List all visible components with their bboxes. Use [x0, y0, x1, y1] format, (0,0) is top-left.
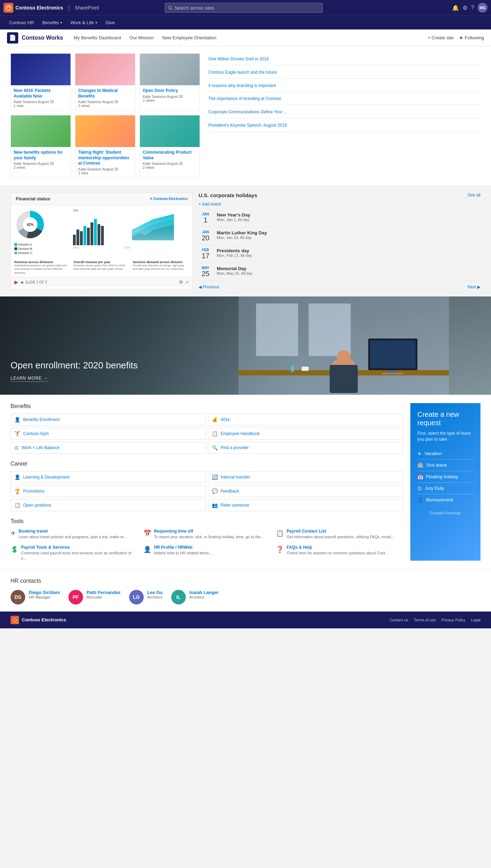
news-card[interactable]: New 401K Packets Available Now Katie Swa… — [11, 53, 71, 111]
contact-role: Architect — [189, 595, 219, 599]
contact-info: Isaiah Langer Architect — [189, 590, 219, 599]
link-promotions[interactable]: 🏆 Promotions — [11, 485, 206, 497]
calendar-prev-next: ◀ Previous Next ▶ — [199, 285, 480, 289]
sitenav-contoso-hr[interactable]: Contoso HR — [6, 16, 38, 30]
financial-logo: ✕ Contoso Electronics — [150, 197, 188, 201]
create-site-button[interactable]: + Create site — [428, 35, 453, 40]
settings-icon[interactable]: ⚙ — [463, 5, 468, 11]
contact-info: Diego Siciliani HR Manager — [29, 590, 60, 599]
contact-name[interactable]: Diego Siciliani — [29, 590, 60, 595]
user-avatar[interactable]: MG — [478, 3, 487, 13]
contact-name[interactable]: Patti Fernandez — [87, 590, 121, 595]
nav-new-employee-orientation[interactable]: New Employee Orientation — [159, 29, 220, 46]
prev-slide[interactable]: ◀ — [20, 280, 23, 284]
money-icon: 💰 — [212, 417, 218, 422]
slide-fullscreen-icon[interactable]: ⤢ — [186, 280, 189, 285]
news-card-image — [140, 115, 200, 147]
svg-rect-20 — [291, 365, 294, 372]
link-label: Promotions — [23, 489, 45, 494]
help-icon[interactable]: ? — [471, 5, 474, 11]
news-sidebar-item[interactable]: Corporate Communications Define Your ... — [208, 106, 480, 118]
slide-view-icon[interactable]: ⊞ — [179, 280, 183, 285]
sitenav-benefits[interactable]: Benefits ▾ — [39, 16, 66, 30]
footer-legal[interactable]: Legal — [471, 618, 480, 622]
holiday-month: FEB — [199, 248, 213, 252]
footer-terms[interactable]: Terms of use — [414, 618, 436, 622]
sitenav-give[interactable]: Give — [102, 16, 119, 30]
search-bar[interactable] — [165, 3, 323, 13]
link-open-positions[interactable]: 📋 Open positions — [11, 499, 206, 511]
link-work-life-balance[interactable]: ⚖ Work < Life Balance — [11, 442, 206, 454]
tool-title[interactable]: Requesting time off — [154, 529, 264, 534]
news-card[interactable]: New benefits options for your family Kat… — [11, 115, 71, 178]
holiday-day: 17 — [199, 252, 213, 260]
tool-title[interactable]: Payroll Contact List — [287, 529, 394, 534]
calendar-next-button[interactable]: Next ▶ — [468, 285, 480, 289]
positions-icon: 📋 — [14, 502, 20, 508]
app-logo[interactable]: Contoso Electronics — [4, 3, 63, 13]
request-option-floating-holiday[interactable]: 📅 Floating holiday — [417, 471, 473, 483]
calendar-see-all[interactable]: See all — [468, 193, 480, 198]
news-card-meta: Katie Swanson August 28 2 views — [14, 162, 68, 169]
tool-title[interactable]: HR Profile / HRWeb — [154, 545, 212, 550]
news-card[interactable]: Open Door Policy Katie Swanson August 28… — [140, 53, 200, 111]
link-employee-handbook[interactable]: 📋 Employee Handbook — [208, 428, 403, 440]
news-sidebar-item[interactable]: One Million Drones Sold in 2018 — [208, 53, 480, 65]
news-sidebar-item[interactable]: President's Keynote Speech: August 2019 — [208, 120, 480, 132]
news-card[interactable]: Communicating Product Value Katie Swanso… — [140, 115, 200, 178]
holiday-sub: Mon, Jan 20, All day — [217, 235, 480, 240]
following-button[interactable]: ★ Following — [459, 35, 484, 40]
news-card-body: New benefits options for your family Kat… — [11, 147, 70, 172]
bar-chart-container: 260 20102016 — [73, 209, 130, 255]
contact-name[interactable]: Isaiah Langer — [189, 590, 219, 595]
link-refer-someone[interactable]: 👥 Refer someone — [208, 499, 403, 511]
contact-name[interactable]: Lee Gu — [147, 590, 163, 595]
jury-icon: ⚖ — [417, 486, 422, 491]
request-option-jury-duty[interactable]: ⚖ Jury Duty — [417, 483, 473, 494]
link-label: Learning & Development — [23, 475, 69, 480]
news-card-body: Taking flight: Student mentorship opport… — [75, 147, 135, 178]
nav-our-mission[interactable]: Our Mission — [126, 29, 157, 46]
request-option-vacation[interactable]: ✈ Vacation — [417, 448, 473, 460]
request-option-bereavement[interactable]: 👤 Bereavement — [417, 494, 473, 506]
link-learning-development[interactable]: 👤 Learning & Development — [11, 471, 206, 483]
news-card[interactable]: Changes to Medical Benefits Katie Swanso… — [75, 53, 135, 111]
link-label: 401k — [221, 417, 230, 422]
svg-rect-10 — [256, 303, 298, 356]
footer-contact-us[interactable]: Contact us — [390, 618, 408, 622]
news-sidebar: One Million Drones Sold in 2018 Contoso … — [204, 53, 480, 178]
hero-cta-button[interactable]: LEARN MORE → — [11, 376, 48, 382]
tool-title[interactable]: Booking travel — [19, 529, 127, 534]
news-sidebar-item[interactable]: 4 reasons why branding is important — [208, 80, 480, 92]
gym-icon: 🏋 — [14, 431, 20, 436]
link-contoso-gym[interactable]: 🏋 Contoso Gym — [11, 428, 206, 440]
nav-my-benefits-dashboard[interactable]: My Benefits Dashboard — [70, 29, 125, 46]
link-benefits-enrollment[interactable]: 👤 Benefits Enrollment — [11, 414, 206, 426]
news-card[interactable]: Taking flight: Student mentorship opport… — [75, 115, 135, 178]
contact-info: Lee Gu Architect — [147, 590, 163, 599]
calendar-header: U.S. corporate holidays See all — [199, 192, 480, 198]
links-col-main: Benefits 👤 Benefits Enrollment 💰 401k 🏋 … — [11, 403, 403, 561]
notification-icon[interactable]: 🔔 — [452, 5, 459, 11]
contact-avatar: DS — [11, 590, 25, 605]
site-nav: Contoso HR Benefits ▾ Work & Life ▾ Give — [0, 15, 491, 29]
sitenav-work-life[interactable]: Work & Life ▾ — [67, 16, 101, 30]
link-feedback[interactable]: 💬 Feedback — [208, 485, 403, 497]
calendar-prev-button[interactable]: ◀ Previous — [199, 285, 219, 289]
footer-privacy[interactable]: Privacy Policy — [442, 618, 465, 622]
request-option-sick-leave[interactable]: 🏥 Sick leave — [417, 460, 473, 471]
tool-payroll-tools: 💲 Payroll Tools & Services Commonly used… — [11, 545, 138, 561]
add-event-button[interactable]: + Add event — [199, 202, 480, 207]
link-401k[interactable]: 💰 401k — [208, 414, 403, 426]
news-sidebar-item[interactable]: The importance of branding at Contoso — [208, 93, 480, 105]
search-input[interactable] — [174, 5, 320, 11]
financial-title: Financial status — [16, 196, 50, 201]
tool-title[interactable]: FAQs & Help — [287, 545, 388, 550]
link-find-provider[interactable]: 🔍 Find a provider — [208, 442, 403, 454]
tool-details: Payroll Tools & Services Commonly used p… — [21, 545, 138, 561]
tool-title[interactable]: Payroll Tools & Services — [21, 545, 138, 550]
hero-title: Open enrollment: 2020 benefits — [11, 360, 138, 371]
link-internal-transfer[interactable]: 🔄 Internal transfer — [208, 471, 403, 483]
link-label: Benefits Enrollment — [23, 417, 60, 422]
news-sidebar-item[interactable]: Contoso Eagle launch and the future — [208, 67, 480, 79]
